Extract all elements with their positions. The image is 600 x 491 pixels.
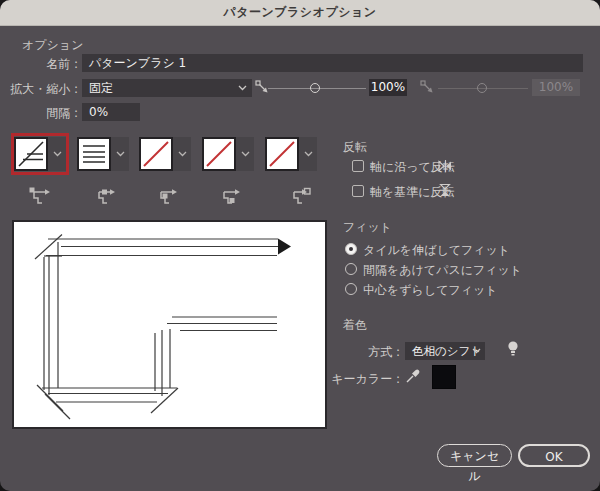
lines-pattern-icon <box>79 139 109 169</box>
scale-slider-handle[interactable] <box>310 83 320 93</box>
chevron-down-icon <box>178 150 187 158</box>
dialog-title: パターンブラシオプション <box>223 4 376 21</box>
end-tile-button[interactable] <box>265 136 317 172</box>
dialog-titlebar: パターンブラシオプション <box>0 0 600 26</box>
end-position-icon <box>287 186 313 208</box>
flip-vertical-icon <box>437 182 453 198</box>
side-position-icon <box>92 186 118 208</box>
key-color-label: キーカラー : <box>330 370 400 388</box>
none-pattern-icon <box>267 139 297 169</box>
method-label: 方式 : <box>343 343 400 361</box>
lightbulb-icon[interactable] <box>506 340 520 358</box>
path-arrowhead <box>278 239 291 255</box>
spacing-label: 間隔 : <box>0 104 78 122</box>
colorization-section-label: 着色 <box>343 316 367 334</box>
inner-corner-position-icon <box>154 186 180 208</box>
scale-label: 拡大・縮小 : <box>0 80 78 98</box>
side-tile-preview <box>77 137 111 171</box>
fit-add-space-radio[interactable] <box>345 263 357 275</box>
outer-corner-tile-button[interactable] <box>14 136 66 172</box>
fit-stretch-radio[interactable] <box>345 243 357 255</box>
corner-pattern-icon <box>16 139 46 169</box>
start-tile-button[interactable] <box>202 136 254 172</box>
flip-horizontal-icon <box>437 158 453 174</box>
none-pattern-icon <box>204 139 234 169</box>
options-section-label: オプション <box>22 36 83 54</box>
fit-add-space-label: 間隔をあけてパスにフィット <box>363 261 522 279</box>
method-dropdown[interactable]: 色相のシフト <box>405 342 485 360</box>
start-tile-preview <box>202 137 236 171</box>
pattern-brush-options-dialog: パターンブラシオプション オプション 名前 : パターンブラシ 1 拡大・縮小 … <box>0 0 600 491</box>
chevron-down-icon <box>304 150 313 158</box>
scale-value[interactable]: 100% <box>369 79 407 96</box>
chevron-down-icon <box>238 84 247 92</box>
end-tile-preview <box>265 137 299 171</box>
flip-section-label: 反転 <box>343 138 367 156</box>
chevron-down-icon <box>116 150 125 158</box>
brush-preview-drawing <box>14 222 325 427</box>
brush-preview <box>12 220 327 429</box>
flip-along-checkbox[interactable] <box>352 160 364 172</box>
key-color-swatch[interactable] <box>432 365 456 389</box>
side-tile-button[interactable] <box>77 136 129 172</box>
eyedropper-icon[interactable] <box>405 368 421 384</box>
fit-approximate-radio[interactable] <box>345 283 357 295</box>
start-position-icon <box>217 186 243 208</box>
inner-corner-tile-preview <box>139 137 173 171</box>
fit-section-label: フィット <box>343 218 392 236</box>
cancel-button[interactable]: キャンセル <box>437 444 512 467</box>
variation-value: 100% <box>532 79 580 96</box>
fit-stretch-label: タイルを伸ばしてフィット <box>363 241 510 259</box>
inner-corner-tile-button[interactable] <box>139 136 191 172</box>
variation-slider-icon <box>420 80 434 94</box>
ok-button[interactable]: OK <box>518 444 590 467</box>
outer-corner-tile-preview <box>14 137 48 171</box>
name-input[interactable]: パターンブラシ 1 <box>82 54 583 72</box>
scale-method-dropdown[interactable]: 固定 <box>82 79 252 97</box>
spacing-input[interactable]: 0% <box>82 103 140 121</box>
chevron-down-icon <box>53 150 62 158</box>
outer-corner-position-icon <box>27 186 53 208</box>
name-label: 名前 : <box>0 55 78 73</box>
none-pattern-icon <box>141 139 171 169</box>
variation-slider-handle <box>477 83 487 93</box>
fit-approximate-label: 中心をずらしてフィット <box>363 281 498 299</box>
scale-slider-icon <box>255 80 269 94</box>
chevron-down-icon <box>472 347 481 355</box>
chevron-down-icon <box>241 150 250 158</box>
flip-across-checkbox[interactable] <box>352 185 364 197</box>
